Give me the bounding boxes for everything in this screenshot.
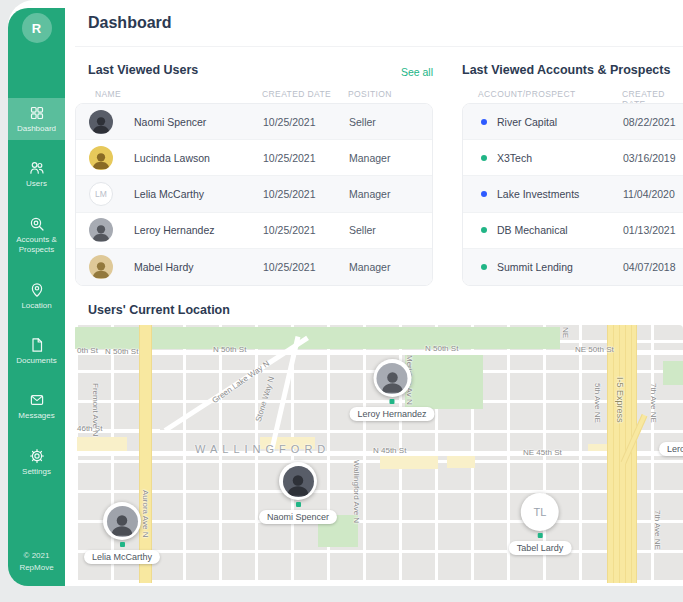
- marker-dot: [538, 533, 543, 538]
- account-dot: [481, 191, 487, 197]
- account-dot: [481, 119, 487, 125]
- street-label: N 50th St: [105, 347, 138, 356]
- account-name: Lake Investments: [497, 188, 579, 200]
- sidebar-item-users[interactable]: Users: [8, 153, 65, 195]
- neighborhood-label: WALLINGFORD: [195, 443, 330, 455]
- sidebar-item-messages[interactable]: Messages: [8, 385, 65, 427]
- sidebar-item-documents[interactable]: Documents: [8, 330, 65, 372]
- account-created-date: 11/04/2020: [623, 188, 675, 200]
- user-created-date: 10/25/2021: [263, 261, 316, 273]
- marker-dot: [120, 542, 125, 547]
- sidebar-item-label: Users: [26, 179, 47, 189]
- accounts-table: River Capital 08/22/2021 X3Tech 03/16/20…: [462, 103, 683, 286]
- table-row[interactable]: Naomi Spencer 10/25/2021 Seller: [76, 104, 432, 140]
- account-name: River Capital: [497, 116, 557, 128]
- document-icon: [29, 337, 45, 353]
- app-logo[interactable]: R: [22, 13, 52, 43]
- users-location-map[interactable]: 0th St N 50th St N 50th St N 50th St NE …: [75, 325, 683, 583]
- park-area: [663, 361, 683, 385]
- see-all-link[interactable]: See all: [75, 66, 433, 78]
- street-label: Wallingford Ave N: [352, 460, 361, 523]
- sidebar-item-location[interactable]: Location: [8, 275, 65, 317]
- app-window: R Dashboard Users: [8, 0, 683, 586]
- users-col-name: NAME: [95, 89, 121, 99]
- user-name: Mabel Hardy: [134, 261, 194, 273]
- building-block: [77, 437, 127, 451]
- prospect-dot: [481, 155, 487, 161]
- table-row[interactable]: Lucinda Lawson 10/25/2021 Manager: [76, 140, 432, 176]
- marker-avatar: [373, 359, 411, 397]
- copyright: © 2021 RepMove: [19, 550, 53, 574]
- sidebar-item-label: Dashboard: [17, 124, 56, 134]
- table-row[interactable]: LM Lelia McCarthy 10/25/2021 Manager: [76, 176, 432, 212]
- user-name: Naomi Spencer: [134, 116, 206, 128]
- table-row[interactable]: Mabel Hardy 10/25/2021 Manager: [76, 249, 432, 285]
- user-created-date: 10/25/2021: [263, 116, 316, 128]
- dashboard-grid-icon: [29, 105, 45, 121]
- table-row[interactable]: Lake Investments 11/04/2020: [463, 176, 683, 212]
- avatar: [89, 218, 113, 242]
- sidebar-item-label: Location: [21, 301, 51, 311]
- marker-label: Naomi Spencer: [259, 510, 337, 524]
- marker-avatar: [103, 502, 141, 540]
- sidebar-item-label: Settings: [22, 467, 51, 477]
- prospect-dot: [481, 227, 487, 233]
- location-pin-icon: [29, 282, 45, 298]
- user-position: Manager: [349, 188, 390, 200]
- envelope-icon: [29, 392, 45, 408]
- avatar-initials: LM: [89, 182, 113, 206]
- users-table: Naomi Spencer 10/25/2021 Seller Lucinda …: [75, 103, 433, 286]
- gear-icon: [29, 448, 45, 464]
- user-position: Seller: [349, 224, 376, 236]
- sidebar-item-accounts-prospects[interactable]: Accounts & Prospects: [8, 209, 65, 262]
- account-name: DB Mechanical: [497, 224, 568, 236]
- sidebar-item-settings[interactable]: Settings: [8, 441, 65, 483]
- users-col-created: CREATED DATE: [262, 89, 331, 99]
- map-marker-tabel[interactable]: TL Tabel Lardy: [509, 493, 572, 555]
- account-name: Summit Lending: [497, 261, 573, 273]
- user-position: Manager: [349, 261, 390, 273]
- table-row[interactable]: River Capital 08/22/2021: [463, 104, 683, 140]
- marker-dot: [389, 399, 394, 404]
- accounts-col-name: ACCOUNT/PROSPECT: [478, 89, 576, 99]
- user-position: Seller: [349, 116, 376, 128]
- user-created-date: 10/25/2021: [263, 224, 316, 236]
- search-at-icon: [29, 216, 45, 232]
- account-name: X3Tech: [497, 152, 532, 164]
- users-icon: [29, 160, 45, 176]
- table-row[interactable]: X3Tech 03/16/2019: [463, 140, 683, 176]
- map-marker-leroy[interactable]: Leroy Hernandez: [349, 359, 434, 421]
- map-marker-lelia[interactable]: Lelia McCarthy: [84, 502, 160, 564]
- street-label: NE: [561, 327, 570, 338]
- avatar: [89, 146, 113, 170]
- sidebar-item-label: Messages: [18, 411, 54, 421]
- street-label: NE 50th St: [575, 345, 614, 354]
- screenshot-stage: R Dashboard Users: [0, 0, 683, 602]
- cut-marker-label: Lero: [659, 442, 683, 456]
- table-row[interactable]: Leroy Hernandez 10/25/2021 Seller: [76, 213, 432, 249]
- sidebar-item-dashboard[interactable]: Dashboard: [8, 98, 65, 140]
- header-divider: [75, 46, 683, 47]
- street-label: Fremont Ave N: [91, 383, 100, 436]
- marker-label: Leroy Hernandez: [349, 407, 434, 421]
- user-name: Leroy Hernandez: [134, 224, 215, 236]
- street-label: 7th Ave NE: [649, 383, 658, 423]
- sidebar-nav: Dashboard Users Accounts & Prospects: [8, 98, 65, 483]
- table-row[interactable]: DB Mechanical 01/13/2021: [463, 213, 683, 249]
- marker-avatar: TL: [521, 493, 559, 531]
- map-marker-naomi[interactable]: Naomi Spencer: [259, 462, 337, 524]
- marker-avatar: [279, 462, 317, 500]
- street-label: 7th Ave NE: [653, 510, 662, 550]
- user-created-date: 10/25/2021: [263, 152, 316, 164]
- street-label: 0th St: [77, 346, 98, 355]
- page-title: Dashboard: [88, 14, 172, 32]
- account-created-date: 08/22/2021: [623, 116, 676, 128]
- sidebar-item-label: Accounts & Prospects: [11, 235, 63, 256]
- marker-dot: [296, 502, 301, 507]
- avatar: [89, 255, 113, 279]
- table-row[interactable]: Summit Lending 04/07/2018: [463, 249, 683, 285]
- user-name: Lelia McCarthy: [134, 188, 204, 200]
- street-label: N 50th St: [213, 345, 246, 354]
- street-label: Stone Way N: [254, 375, 276, 422]
- building-block: [447, 456, 475, 468]
